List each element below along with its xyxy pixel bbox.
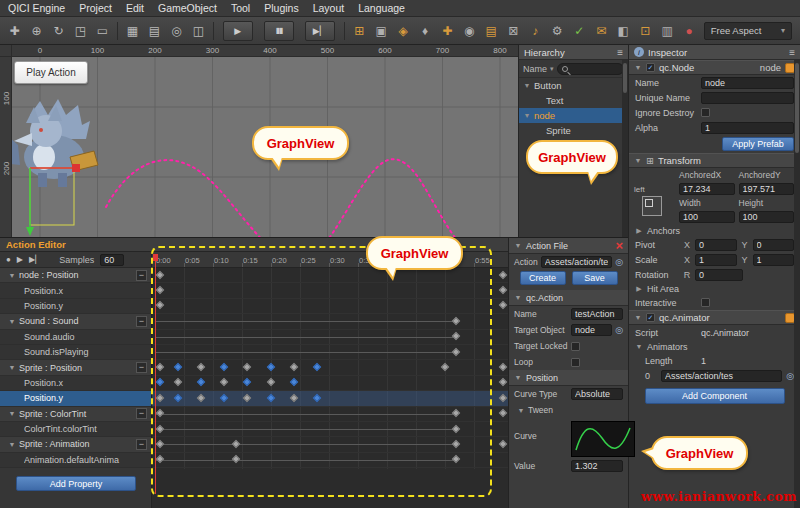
- height-field[interactable]: [739, 211, 795, 223]
- keyframe[interactable]: [498, 440, 506, 448]
- alpha-field[interactable]: [701, 122, 794, 134]
- timeline-lane[interactable]: [152, 330, 508, 345]
- scale-y-field[interactable]: [753, 254, 795, 266]
- keyframe[interactable]: [452, 409, 460, 417]
- playhead[interactable]: [155, 254, 156, 494]
- keyframe[interactable]: [173, 393, 181, 401]
- menu-item-plugins[interactable]: Plugins: [264, 2, 298, 14]
- track-position-y[interactable]: Position.y: [0, 391, 151, 406]
- remove-track-button[interactable]: −: [136, 362, 147, 373]
- record-icon[interactable]: ●: [6, 255, 11, 264]
- record-icon[interactable]: ◉: [462, 24, 477, 38]
- character-sprite[interactable]: [2, 99, 98, 187]
- qc-node-section-header[interactable]: ▼ ✓ qc.Node node: [629, 60, 800, 75]
- timeline-lane[interactable]: [152, 314, 508, 329]
- remove-track-button[interactable]: −: [136, 408, 147, 419]
- hit-area-foldout[interactable]: Hit Area: [647, 284, 679, 294]
- check-icon[interactable]: ✓: [572, 24, 587, 38]
- scale-x-field[interactable]: [695, 254, 737, 266]
- timeline-lane[interactable]: [152, 299, 508, 314]
- keyframe[interactable]: [498, 393, 506, 401]
- menu-item-project[interactable]: Project: [79, 2, 112, 14]
- keyframe[interactable]: [220, 363, 228, 371]
- step-button[interactable]: ▶▏: [305, 21, 335, 41]
- keyframe[interactable]: [452, 347, 460, 355]
- panel-menu-icon[interactable]: ≡: [789, 47, 795, 58]
- timeline-lane[interactable]: [152, 268, 508, 283]
- keyframe[interactable]: [243, 378, 251, 386]
- curve-preview[interactable]: [571, 421, 635, 457]
- track-sound-audio[interactable]: Sound.audio: [0, 330, 151, 345]
- prefab-icon[interactable]: ◈: [396, 24, 411, 38]
- track-sound-sound[interactable]: ▼Sound : Sound−: [0, 314, 151, 329]
- chevron-down-icon[interactable]: ▾: [550, 65, 554, 73]
- keyframe[interactable]: [173, 378, 181, 386]
- track-animation-defaultanima[interactable]: Animation.defaultAnima: [0, 453, 151, 468]
- grid-icon[interactable]: ▦: [125, 24, 140, 38]
- timeline-lane[interactable]: [152, 283, 508, 298]
- move-tool-icon[interactable]: ⊕: [29, 24, 44, 38]
- remove-track-button[interactable]: −: [136, 270, 147, 281]
- keyframe[interactable]: [156, 301, 164, 309]
- samples-field[interactable]: [100, 254, 124, 266]
- keyframe[interactable]: [156, 409, 164, 417]
- track-sound-isplaying[interactable]: Sound.isPlaying: [0, 345, 151, 360]
- pivot-y-field[interactable]: [753, 239, 795, 251]
- animator-item-field[interactable]: [661, 370, 782, 382]
- keyframe[interactable]: [156, 424, 164, 432]
- keyframe[interactable]: [173, 363, 181, 371]
- play-action-button[interactable]: Play Action: [14, 61, 88, 84]
- close-icon[interactable]: ×: [615, 239, 623, 252]
- keyframe[interactable]: [156, 286, 164, 294]
- mail-icon[interactable]: ✉: [594, 24, 609, 38]
- rows-icon[interactable]: ▥: [660, 24, 675, 38]
- menu-item-edit[interactable]: Edit: [126, 2, 144, 14]
- panels-icon[interactable]: ◫: [191, 24, 206, 38]
- keyframe[interactable]: [498, 409, 506, 417]
- save-button[interactable]: Save: [572, 271, 618, 285]
- keyframe[interactable]: [313, 393, 321, 401]
- add-component-button[interactable]: Add Component: [645, 388, 785, 404]
- keyframe[interactable]: [243, 363, 251, 371]
- aspect-dropdown[interactable]: Free Aspect ▾: [704, 22, 792, 40]
- keyframe[interactable]: [156, 270, 164, 278]
- keyframe[interactable]: [156, 440, 164, 448]
- rect-tool-icon[interactable]: ▭: [95, 24, 110, 38]
- transform-section-header[interactable]: ▼ ⊞ Transform: [629, 153, 800, 168]
- dopesheet-timeline[interactable]: 0:000:050:100:150:200:250:300:350:400:45…: [152, 252, 508, 508]
- menu-item-language[interactable]: Language: [358, 2, 405, 14]
- keyframe[interactable]: [197, 378, 205, 386]
- keyframe[interactable]: [266, 393, 274, 401]
- keyframe[interactable]: [498, 378, 506, 386]
- hierarchy-item-button[interactable]: ▼Button: [519, 78, 628, 93]
- add-icon[interactable]: ✚: [440, 24, 455, 38]
- keyframe[interactable]: [266, 363, 274, 371]
- keyframe[interactable]: [498, 270, 506, 278]
- keyframe[interactable]: [156, 455, 164, 463]
- target-locked-checkbox[interactable]: [571, 342, 580, 351]
- menu-item-gameobject[interactable]: GameObject: [158, 2, 217, 14]
- track-sprite-position[interactable]: ▼Sprite : Position−: [0, 360, 151, 375]
- track-node-position[interactable]: ▼node : Position−: [0, 268, 151, 283]
- keyframe[interactable]: [452, 440, 460, 448]
- keyframe[interactable]: [498, 301, 506, 309]
- track-position-x[interactable]: Position.x: [0, 283, 151, 298]
- object-picker-icon[interactable]: ◎: [786, 371, 794, 381]
- name-field[interactable]: [701, 77, 794, 89]
- object-picker-icon[interactable]: ◎: [615, 325, 623, 335]
- animators-foldout[interactable]: Animators: [647, 342, 688, 352]
- keyframe[interactable]: [197, 393, 205, 401]
- scale-tool-icon[interactable]: ◳: [73, 24, 88, 38]
- hierarchy-item-sprite[interactable]: Sprite: [519, 123, 628, 138]
- keyframe[interactable]: [289, 378, 297, 386]
- unique-name-field[interactable]: [701, 92, 794, 104]
- target-object-field[interactable]: [571, 324, 612, 336]
- interactive-checkbox[interactable]: [701, 298, 710, 307]
- play-button[interactable]: ▶: [223, 21, 253, 41]
- keyframe[interactable]: [452, 455, 460, 463]
- width-field[interactable]: [679, 211, 735, 223]
- split-icon[interactable]: ◧: [616, 24, 631, 38]
- object-picker-icon[interactable]: ◎: [615, 257, 623, 267]
- search-input[interactable]: [557, 63, 624, 75]
- keyframe[interactable]: [220, 378, 228, 386]
